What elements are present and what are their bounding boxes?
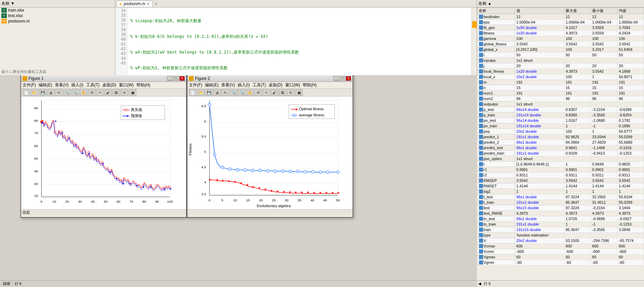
var-name[interactable]: RMSET <box>477 183 515 189</box>
table-row[interactable]: r10.99010.99010.99010.9901 <box>477 167 644 172</box>
figure-1-controls[interactable]: _ □ ✕ <box>167 76 185 81</box>
tb-zoom-in[interactable]: 🔍 <box>63 89 71 96</box>
figure-1-menu-window[interactable]: 窗口(W) <box>119 82 134 88</box>
table-row[interactable]: fitness1x20 double4.39733.55594.2424 <box>477 30 644 36</box>
var-name[interactable]: predict_1 <box>477 134 515 140</box>
tb-new[interactable]: 📄 <box>23 89 30 96</box>
figure-2-menu-insert[interactable]: 插入(I) <box>238 82 250 88</box>
table-row[interactable]: n15151515 <box>477 85 644 90</box>
figure-1-close[interactable]: ✕ <box>179 76 185 81</box>
figure-1-minimize[interactable]: _ <box>167 76 173 81</box>
var-name[interactable]: r2 <box>477 172 515 178</box>
tab-add-button[interactable]: + <box>153 1 159 7</box>
table-row[interactable]: RMSEP3.55423.55423.55423.5542 <box>477 178 644 183</box>
var-name[interactable]: r1 <box>477 167 515 172</box>
table-row[interactable]: Vcmin-600-600-600-600 <box>477 249 644 254</box>
table-row[interactable]: Vgmin-60-60-60-60 <box>477 260 644 265</box>
var-name[interactable]: test <box>477 205 515 211</box>
tb2-insert-legend[interactable]: ≡ <box>287 89 295 96</box>
table-row[interactable]: pso_option1x1 struct <box>477 156 644 161</box>
table-row[interactable]: tn_train191x1 double1-1-0.1253 <box>477 221 644 227</box>
var-name[interactable]: predict_train <box>477 150 515 156</box>
tb-print[interactable]: 🖨 <box>47 89 55 96</box>
tb-rotate[interactable]: ↺ <box>88 89 95 96</box>
var-name[interactable]: local_fitness <box>477 69 515 74</box>
tb2-new[interactable]: 📄 <box>189 89 196 96</box>
scrollbar-thumb[interactable] <box>472 21 477 28</box>
var-name[interactable]: bestindex <box>477 14 515 19</box>
table-row[interactable]: r[1,0.9649;0.9649,1]10.96490.9825 <box>477 161 644 167</box>
tb-data-cursor[interactable]: + <box>96 89 104 96</box>
var-name[interactable]: num2 <box>477 96 515 101</box>
var-name[interactable]: pop <box>477 129 515 134</box>
table-row[interactable]: type'function estimation' <box>477 232 644 238</box>
table-row[interactable]: predict_train191x1 double0.9109-0.9413-0… <box>477 150 644 156</box>
table-row[interactable]: V20x2 double53.1505-294.7396-65.7574 <box>477 238 644 243</box>
var-name[interactable]: n <box>477 85 515 90</box>
var-name[interactable]: i <box>477 52 515 58</box>
tb-cursor[interactable]: ↖ <box>55 89 63 96</box>
col-mean-header[interactable]: 均值 <box>617 8 644 14</box>
var-name[interactable]: tn_test <box>477 216 515 221</box>
tb-open[interactable]: 📂 <box>31 89 38 96</box>
figure-2-menu-tools[interactable]: 工具(T) <box>253 82 266 88</box>
col-max-header[interactable]: 最大值 <box>564 8 591 14</box>
file-item-test[interactable]: X test.xlsx <box>0 13 115 18</box>
tb2-print[interactable]: 🖨 <box>213 89 221 96</box>
table-row[interactable]: bestindex12121212 <box>477 14 644 20</box>
table-row[interactable]: tn_test96x1 double1.0726-0.9689-0.0927 <box>477 216 644 221</box>
var-name[interactable]: pn_test <box>477 118 515 123</box>
table-row[interactable]: inputps1x1 struct <box>477 58 644 63</box>
col-value-header[interactable]: 值 <box>515 8 564 14</box>
table-row[interactable]: global_x[3.2917,100]1003.291751.6459 <box>477 47 644 52</box>
table-row[interactable]: t_test96x1 double87.322432.290255.9104 <box>477 194 644 200</box>
tb2-save[interactable]: 💾 <box>205 89 213 96</box>
table-row[interactable]: p_test96x14 double0.8307-3.2154-0.6289 <box>477 107 644 112</box>
var-name[interactable]: train <box>477 227 515 232</box>
var-name[interactable]: outputps <box>477 101 515 107</box>
tb-link[interactable]: ⛓ <box>113 89 120 96</box>
var-name[interactable]: Vcmin <box>477 249 515 254</box>
var-name[interactable]: m <box>477 80 515 85</box>
code-lines[interactable]: % sizepop:初始为20, 种群最大数量 % k:初始为0.6(k bel… <box>128 8 471 75</box>
editor-scrollbar[interactable] <box>471 8 477 75</box>
table-row[interactable]: test_RMSE4.39734.39734.39734.3973 <box>477 211 644 216</box>
tab-close-icon[interactable]: ✕ <box>147 2 150 6</box>
tb-brush[interactable]: 🖌 <box>104 89 112 96</box>
var-name[interactable]: num1 <box>477 90 515 96</box>
tb2-pan[interactable]: ✋ <box>246 89 254 96</box>
figure-2-titlebar[interactable]: Figure 2 _ □ ✕ <box>188 75 353 82</box>
figure-2-menu-view[interactable]: 查看(V) <box>221 82 235 88</box>
var-name[interactable]: type <box>477 232 515 238</box>
table-row[interactable]: RMSET1.41441.41441.41441.4144 <box>477 183 644 189</box>
table-row[interactable]: predict_1191x1 double82.962533.034455.02… <box>477 134 644 140</box>
table-row[interactable]: outputps1x1 struct <box>477 101 644 107</box>
table-row[interactable]: eps1.0000e-041.0000e-041.0000e-041.0000e… <box>477 19 644 25</box>
var-name[interactable]: Vgmin <box>477 260 515 265</box>
tb2-colorbar[interactable]: ▦ <box>295 89 303 96</box>
table-row[interactable]: local_x20x2 double100150.8071 <box>477 74 644 80</box>
var-name[interactable]: Vgmax <box>477 254 515 260</box>
table-row[interactable]: fit_gen1x50 double4.10173.55593.7093 <box>477 25 644 30</box>
tb2-open[interactable]: 📂 <box>197 89 205 96</box>
tb2-rotate[interactable]: ↺ <box>254 89 262 96</box>
tb2-brush[interactable]: 🖌 <box>271 89 278 96</box>
table-row[interactable]: train191x15 double85.3647-3.35653.0849 <box>477 227 644 232</box>
figure-1-menu-help[interactable]: 帮助(H) <box>136 82 150 88</box>
table-row[interactable]: pn_test96x14 double1.0167-1.06800.1782 <box>477 118 644 123</box>
var-name[interactable]: RMSEP <box>477 178 515 183</box>
tb-colorbar[interactable]: ▦ <box>129 89 136 96</box>
figure-2-menu-window[interactable]: 窗口(W) <box>285 82 300 88</box>
var-name[interactable]: j <box>477 63 515 69</box>
var-name[interactable]: fitness <box>477 30 515 36</box>
table-row[interactable]: sig21111 <box>477 189 644 194</box>
var-name[interactable]: pso_option <box>477 156 515 161</box>
var-name[interactable]: predict_test <box>477 145 515 150</box>
var-name[interactable]: local_x <box>477 74 515 80</box>
figure-2-menu-file[interactable]: 文件(F) <box>189 82 202 88</box>
tb-pan[interactable]: ✋ <box>80 89 87 96</box>
tb2-zoom-in[interactable]: 🔍 <box>230 89 237 96</box>
var-name[interactable]: tn_train <box>477 221 515 227</box>
figure-1-menu-view[interactable]: 查看(V) <box>55 82 69 88</box>
table-row[interactable]: local_fitness1x20 double4.39733.55424.18… <box>477 69 644 74</box>
